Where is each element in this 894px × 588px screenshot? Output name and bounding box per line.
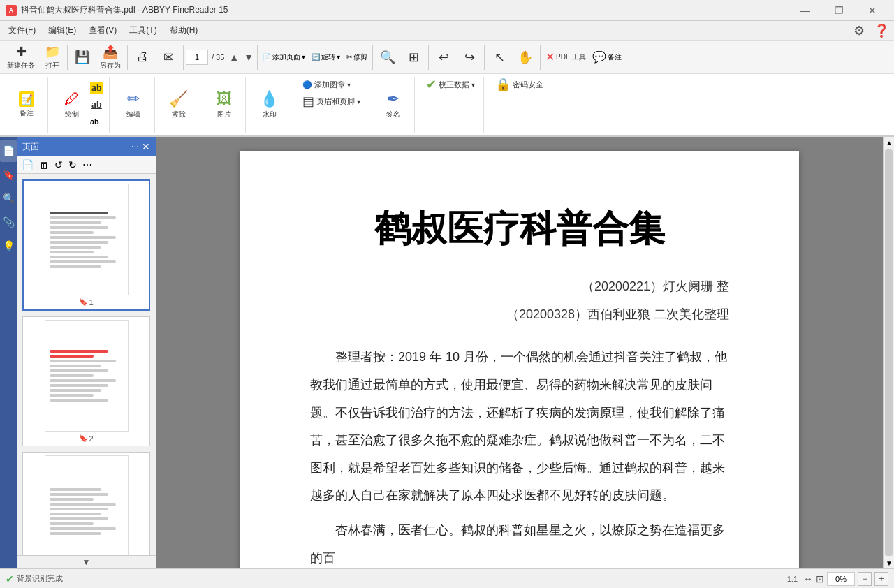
select-icon: ⊞ [409, 50, 419, 65]
crop-button[interactable]: ✂ 修剪 [344, 43, 370, 72]
close-button[interactable]: ✕ [856, 0, 888, 21]
window-title: 抖音仙鹤大叔医疗科普合集.pdf - ABBYY FineReader 15 [21, 4, 228, 16]
cursor-button[interactable]: ↖ [487, 43, 512, 72]
page-thumb-1[interactable]: 🔖 1 [22, 179, 150, 311]
underline-ab-icon: ab [90, 99, 103, 110]
rotate-chevron: ▾ [337, 53, 340, 61]
restore-button[interactable]: ❐ [823, 0, 855, 21]
watermark-ribbon-button[interactable]: 💧 水印 [254, 84, 285, 126]
print-button[interactable]: 🖨 [130, 43, 155, 72]
hand-button[interactable]: ✋ [513, 43, 538, 72]
erase-ribbon-icon: 🧹 [169, 90, 188, 108]
page-add-icon[interactable]: 📄 [20, 159, 36, 171]
image-ribbon-button[interactable]: 🖼 图片 [209, 84, 240, 126]
draw-options: ab ab ab [90, 80, 103, 129]
page-more-icon[interactable]: ⋯ [80, 159, 94, 171]
print-icon: 🖨 [136, 50, 149, 64]
settings-icon[interactable]: ⚙ [849, 21, 869, 41]
menu-edit[interactable]: 编辑(E) [43, 22, 82, 38]
page-delete-icon[interactable]: 🗑 [37, 159, 51, 171]
fit-width-icon[interactable]: ↔ [803, 573, 813, 585]
sidebar-tab-info[interactable]: 💡 [0, 235, 17, 257]
password-button[interactable]: 🔒 密码安全 [492, 77, 546, 92]
title-bar: A 抖音仙鹤大叔医疗科普合集.pdf - ABBYY FineReader 15… [0, 0, 894, 21]
new-task-button[interactable]: ✚ 新建任务 [3, 43, 39, 72]
rotate-icon: 🔄 [312, 53, 320, 61]
header-footer-button[interactable]: ▤ 页眉和页脚 ▾ [300, 94, 363, 109]
fit-page-icon[interactable]: ⊡ [816, 573, 824, 585]
erase-ribbon-button[interactable]: 🧹 擦除 [163, 84, 194, 126]
sign-ribbon-icon: ✒ [387, 90, 400, 108]
toolbar-sep-2 [127, 45, 128, 70]
sidebar-tab-pages[interactable]: 📄 [0, 140, 17, 162]
menu-view[interactable]: 查看(V) [83, 22, 122, 38]
note-button[interactable]: 💬 备注 [589, 43, 624, 72]
left-area: 📄 🔖 🔍 📎 💡 页面 ⋯ ✕ 📄 🗑 ↺ ↻ ⋯ [0, 137, 156, 568]
email-button[interactable]: ✉ [156, 43, 181, 72]
page-thumb-img-2 [45, 320, 129, 432]
new-task-icon: ✚ [16, 44, 27, 59]
page-number-input[interactable] [186, 50, 208, 65]
menu-file[interactable]: 文件(F) [3, 22, 41, 38]
save-as-icon: 📤 [103, 44, 118, 59]
draw-ribbon-button[interactable]: 🖊 绘制 [57, 84, 87, 126]
sign-ribbon-button[interactable]: ✒ 签名 [378, 84, 409, 126]
sidebar-tab-bookmarks[interactable]: 🔖 [0, 163, 17, 186]
page-rotate-left-icon[interactable]: ↺ [52, 159, 65, 171]
doc-page: 鹤叔医疗科普合集 （20200221）灯火阑珊 整 （20200328）西伯利亚… [240, 151, 799, 568]
page-thumb-3[interactable]: 🔖 3 [22, 452, 150, 555]
undo-button[interactable]: ↩ [431, 43, 456, 72]
image-ribbon-icon: 🖼 [217, 90, 232, 108]
rotate-button[interactable]: 🔄 旋转 ▾ [309, 43, 343, 72]
doc-area[interactable]: 鹤叔医疗科普合集 （20200221）灯火阑珊 整 （20200328）西伯利亚… [156, 137, 883, 568]
menu-tools[interactable]: 工具(T) [124, 22, 162, 38]
lock-icon: 🔒 [495, 77, 511, 92]
menu-help[interactable]: 帮助(H) [164, 22, 204, 38]
select-button[interactable]: ⊞ [401, 43, 426, 72]
zoom-in-button[interactable]: + [874, 572, 888, 586]
scroll-thumb[interactable] [885, 149, 893, 556]
pages-scroll-down[interactable]: ▼ [17, 555, 156, 568]
page-thumb-2[interactable]: 🔖 2 [22, 316, 150, 446]
ribbon: 📝 备注 🖊 绘制 ab ab ab [0, 74, 894, 137]
scroll-down-arrow[interactable]: ▼ [884, 557, 894, 568]
sidebar-tab-annotations[interactable]: 📎 [0, 211, 17, 233]
page-thumb-img-3 [45, 455, 129, 555]
correct-chevron: ▾ [471, 81, 475, 89]
pages-panel-close-btn[interactable]: ✕ [142, 141, 150, 152]
redo-button[interactable]: ↪ [457, 43, 482, 72]
page-down-arrow[interactable]: ▼ [242, 50, 255, 64]
edit-ribbon-button[interactable]: ✏ 编辑 [118, 84, 149, 126]
pdf-tool-icon: ✕ [545, 50, 555, 64]
strikethrough-ab-icon: ab [90, 117, 99, 126]
watermark-ribbon-icon: 💧 [260, 90, 279, 108]
correct-data-button[interactable]: ✔ 校正数据 ▾ [423, 77, 478, 92]
page-up-arrow[interactable]: ▲ [228, 50, 240, 64]
add-page-button[interactable]: 📄 添加页面 ▾ [260, 43, 308, 72]
right-scrollbar[interactable]: ▲ ▼ [883, 137, 894, 568]
page-rotate-right-icon[interactable]: ↻ [66, 159, 79, 171]
toolbar-sep-3 [183, 45, 184, 70]
sidebar-tab-search[interactable]: 🔍 [0, 187, 17, 210]
doc-body-2: 杏林春满，医者仁心。鹤叔的科普如星星之火，以燎原之势在造福更多的百 [310, 517, 729, 568]
ratio-display: 1:1 [787, 575, 798, 583]
zoom-out-button[interactable]: − [858, 572, 872, 586]
open-button[interactable]: 📁 打开 [40, 43, 65, 72]
toolbar-sep-8 [540, 45, 541, 70]
help-icon[interactable]: ❓ [872, 21, 891, 41]
note-ribbon-button[interactable]: 📝 备注 [11, 84, 42, 126]
toolbar-sep-4 [257, 45, 258, 70]
zoom-input[interactable] [827, 572, 855, 586]
minimize-button[interactable]: — [789, 0, 821, 21]
save-as-button[interactable]: 📤 另存为 [96, 43, 125, 72]
save-icon: 💾 [75, 50, 90, 65]
pages-panel: 页面 ⋯ ✕ 📄 🗑 ↺ ↻ ⋯ [17, 137, 156, 568]
page-thumb-num-1: 1 [89, 298, 93, 307]
add-page-icon: 📄 [263, 53, 271, 61]
pages-panel-options[interactable]: ⋯ [131, 142, 139, 152]
scroll-up-arrow[interactable]: ▲ [884, 137, 894, 148]
save-button[interactable]: 💾 [70, 43, 95, 72]
pdf-tool-button[interactable]: ✕ PDF 工具 [543, 43, 589, 72]
add-stamp-button[interactable]: 🔵 添加图章 ▾ [300, 77, 353, 92]
search-area-button[interactable]: 🔍 [375, 43, 400, 72]
